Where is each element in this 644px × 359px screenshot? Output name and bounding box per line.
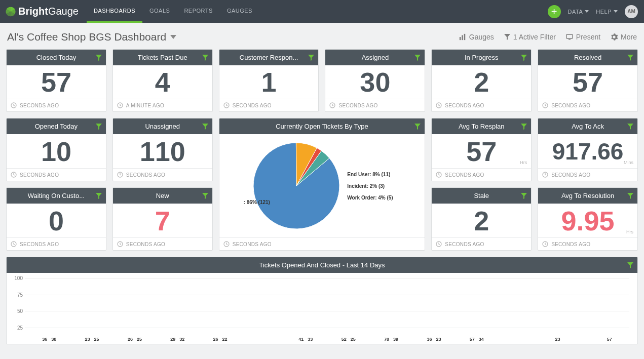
- metric-value: 7: [155, 207, 170, 234]
- card-assigned: Assigned 30 SECONDS AGO: [325, 49, 425, 112]
- card-title: In Progress: [465, 54, 498, 61]
- action-present[interactable]: Present: [566, 33, 600, 41]
- bar-chart: 255075100 363823252625293226224133522578…: [25, 278, 629, 344]
- action-filter[interactable]: 1 Active Filter: [504, 33, 556, 41]
- card-filter-button[interactable]: [202, 193, 208, 199]
- card-filter-button[interactable]: [521, 55, 527, 61]
- pie-label-incident: Incident: 2% (3): [347, 183, 393, 189]
- card-avg-resplan: Avg To Resplan 57Hrs SECONDS AGO: [431, 118, 532, 181]
- clock-icon: [11, 172, 17, 178]
- monitor-icon: [566, 34, 573, 40]
- card-filter-button[interactable]: [627, 193, 633, 199]
- footer-text: A MINUTE AGO: [126, 103, 164, 108]
- add-button[interactable]: +: [548, 5, 561, 18]
- footer-text: SECONDS AGO: [445, 103, 484, 108]
- card-filter-button[interactable]: [202, 55, 208, 61]
- card-filter-button[interactable]: [521, 124, 527, 130]
- action-gauges[interactable]: Gauges: [459, 33, 494, 41]
- card-avg-resolution: Avg To Resolution 9.95Hrs SECONDS AGO: [538, 187, 638, 251]
- metric-value: 0: [49, 207, 64, 234]
- card-filter-button[interactable]: [414, 124, 421, 130]
- footer-text: SECONDS AGO: [20, 103, 59, 108]
- footer-text: SECONDS AGO: [233, 242, 272, 247]
- chevron-down-icon: [170, 35, 176, 39]
- clock-icon: [542, 172, 548, 178]
- card-filter-button[interactable]: [521, 193, 527, 199]
- action-more[interactable]: More: [611, 33, 637, 41]
- chevron-down-icon: [585, 10, 589, 13]
- nav-goals[interactable]: GOALS: [142, 0, 177, 23]
- nav-help-dropdown[interactable]: HELP: [596, 9, 618, 15]
- svg-rect-1: [462, 35, 463, 41]
- card-filter-button[interactable]: [308, 55, 314, 61]
- card-title: Currently Open Tickets By Type: [276, 123, 368, 130]
- card-tickets-opened-closed: Tickets Opened And Closed - Last 14 Days…: [6, 257, 638, 344]
- card-customer-responded: Customer Respon... 1 SECONDS AGO: [219, 49, 319, 112]
- brand-bright: Bright: [18, 6, 48, 17]
- footer-text: SECONDS AGO: [445, 172, 484, 178]
- clock-icon: [436, 172, 442, 178]
- card-filter-button[interactable]: [414, 55, 421, 61]
- clock-icon: [117, 102, 123, 108]
- card-in-progress: In Progress 2 SECONDS AGO: [431, 49, 532, 112]
- top-nav: BrightGauge DASHBOARDS GOALS REPORTS GAU…: [0, 0, 644, 23]
- clock-icon: [11, 241, 17, 247]
- card-title: Tickets Opened And Closed - Last 14 Days: [259, 261, 385, 269]
- metric-value: 57: [466, 138, 497, 165]
- card-filter-button[interactable]: [96, 193, 102, 199]
- card-resolved: Resolved 57 SECONDS AGO: [538, 49, 638, 112]
- pie-legend: End User: 8% (11) Incident: 2% (3) Work …: [347, 172, 393, 201]
- brand[interactable]: BrightGauge: [5, 0, 79, 23]
- nav-gauges[interactable]: GAUGES: [220, 0, 259, 23]
- clock-icon: [436, 102, 442, 108]
- metric-value: 2: [474, 68, 489, 96]
- nav-dashboards[interactable]: DASHBOARDS: [87, 0, 142, 23]
- card-title: Avg To Resolution: [561, 192, 614, 200]
- card-title: Customer Respon...: [240, 54, 298, 61]
- card-filter-button[interactable]: [96, 55, 102, 61]
- metric-value: 1: [261, 68, 277, 96]
- clock-icon: [542, 102, 548, 108]
- metric-value: 57: [573, 68, 603, 96]
- nav-reports[interactable]: REPORTS: [177, 0, 219, 23]
- pie-label-blank: : 86% (121): [244, 200, 270, 205]
- page-title: Al's Coffee Shop BGS Dashboard: [7, 31, 166, 43]
- card-closed-today: Closed Today 57 SECONDS AGO: [6, 49, 106, 112]
- pie-label-enduser: End User: 8% (11): [347, 172, 393, 177]
- card-filter-button[interactable]: [627, 262, 633, 268]
- clock-icon: [11, 102, 17, 108]
- card-avg-ack: Avg To Ack 917.66Mins SECONDS AGO: [538, 118, 638, 181]
- card-filter-button[interactable]: [627, 55, 633, 61]
- clock-icon: [117, 172, 123, 178]
- chevron-down-icon: [614, 10, 618, 13]
- nav-data-dropdown[interactable]: DATA: [568, 9, 589, 15]
- card-stale: Stale 2 SECONDS AGO: [431, 187, 532, 251]
- title-bar: Al's Coffee Shop BGS Dashboard Gauges 1 …: [0, 23, 644, 49]
- card-filter-button[interactable]: [627, 124, 633, 130]
- card-opened-today: Opened Today 10 SECONDS AGO: [6, 118, 106, 181]
- card-title: Waiting On Custo...: [28, 192, 85, 200]
- clock-icon: [436, 241, 442, 247]
- footer-text: SECONDS AGO: [233, 103, 272, 108]
- card-past-due: Tickets Past Due 4 A MINUTE AGO: [112, 49, 213, 112]
- card-filter-button[interactable]: [202, 124, 208, 130]
- clock-icon: [329, 102, 335, 108]
- dashboard-grid: Closed Today 57 SECONDS AGO Tickets Past…: [0, 49, 644, 350]
- card-title: Opened Today: [35, 123, 78, 130]
- avatar[interactable]: AM: [625, 5, 638, 18]
- footer-text: SECONDS AGO: [338, 103, 377, 108]
- card-title: Closed Today: [36, 54, 77, 61]
- metric-value: 110: [140, 138, 185, 165]
- card-title: Assigned: [362, 54, 389, 61]
- card-waiting-on-customer: Waiting On Custo... 0 SECONDS AGO: [6, 187, 106, 251]
- metric-unit: Mins: [624, 160, 633, 165]
- page-title-dropdown[interactable]: Al's Coffee Shop BGS Dashboard: [7, 31, 176, 43]
- clock-icon: [223, 102, 230, 108]
- nav-links: DASHBOARDS GOALS REPORTS GAUGES: [87, 0, 259, 23]
- title-actions: Gauges 1 Active Filter Present More: [459, 33, 637, 41]
- pie-label-workorder: Work Order: 4% (5): [347, 195, 393, 201]
- card-title: Avg To Ack: [572, 123, 604, 130]
- bar-chart-icon: [459, 33, 466, 41]
- metric-value: 917.66: [552, 140, 624, 163]
- card-filter-button[interactable]: [96, 124, 102, 130]
